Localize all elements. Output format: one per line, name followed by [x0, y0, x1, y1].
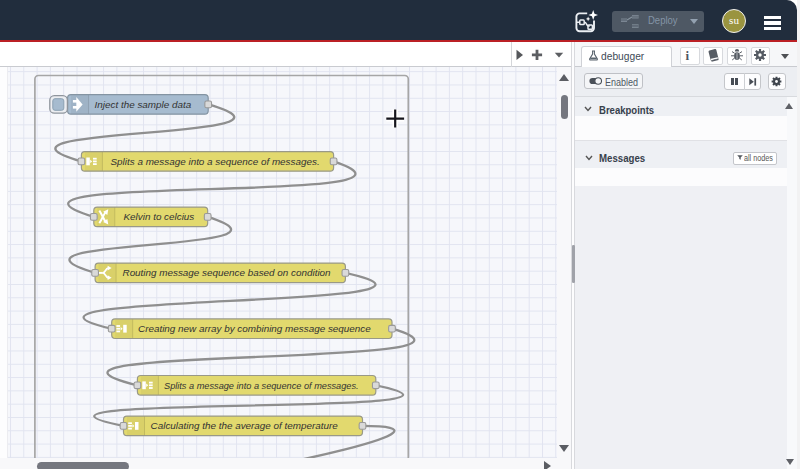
svg-text:Kelvin to celcius: Kelvin to celcius [124, 211, 195, 222]
svg-text:Splits a message into a sequen: Splits a message into a sequence of mess… [164, 381, 359, 391]
svg-text:Calculating the the average of: Calculating the the average of temperatu… [151, 420, 339, 431]
svg-text:Creating new array by combinin: Creating new array by combining message … [138, 323, 371, 334]
svg-text:Inject the sample data: Inject the sample data [95, 99, 192, 110]
svg-text:Splits a message into a sequen: Splits a message into a sequence of mess… [111, 156, 320, 167]
svg-text:Routing message sequence based: Routing message sequence based on condit… [123, 267, 332, 278]
